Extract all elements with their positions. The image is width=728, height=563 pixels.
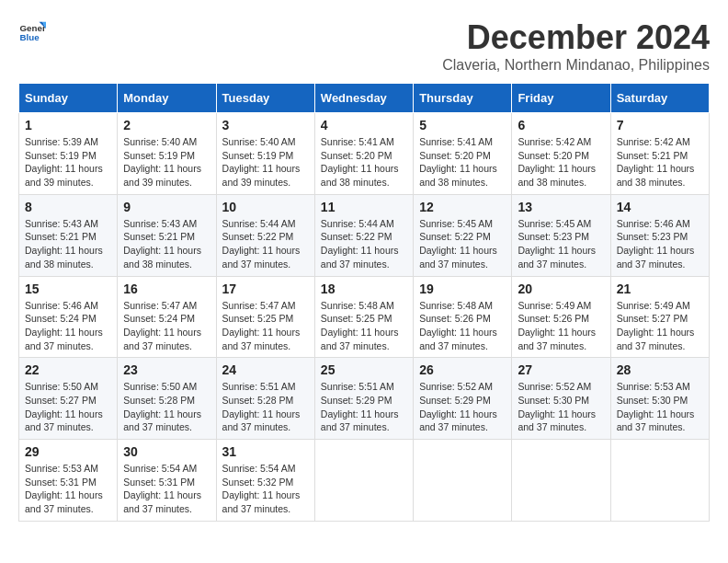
day-info: Sunrise: 5:40 AM Sunset: 5:19 PM Dayligh…: [123, 135, 210, 190]
day-number: 4: [321, 118, 407, 132]
day-info: Sunrise: 5:43 AM Sunset: 5:21 PM Dayligh…: [123, 217, 210, 271]
calendar-week-row: 22Sunrise: 5:50 AM Sunset: 5:27 PM Dayli…: [19, 358, 710, 440]
day-info: Sunrise: 5:43 AM Sunset: 5:21 PM Dayligh…: [25, 217, 111, 271]
day-number: 16: [123, 282, 210, 296]
calendar-cell: 7Sunrise: 5:42 AM Sunset: 5:21 PM Daylig…: [610, 113, 709, 195]
calendar-week-row: 8Sunrise: 5:43 AM Sunset: 5:21 PM Daylig…: [19, 194, 710, 276]
day-number: 9: [123, 200, 210, 214]
calendar-cell: [414, 440, 512, 522]
day-number: 11: [321, 200, 407, 214]
weekday-header-saturday: Saturday: [610, 84, 709, 113]
calendar-week-row: 29Sunrise: 5:53 AM Sunset: 5:31 PM Dayli…: [19, 440, 710, 522]
title-area: December 2024 Claveria, Northern Mindana…: [442, 18, 710, 74]
day-number: 31: [222, 444, 309, 459]
calendar-cell: 4Sunrise: 5:41 AM Sunset: 5:20 PM Daylig…: [314, 113, 413, 195]
calendar-cell: 27Sunrise: 5:52 AM Sunset: 5:30 PM Dayli…: [512, 358, 610, 440]
calendar-cell: [610, 440, 709, 522]
calendar-cell: 9Sunrise: 5:43 AM Sunset: 5:21 PM Daylig…: [118, 194, 216, 276]
day-info: Sunrise: 5:53 AM Sunset: 5:31 PM Dayligh…: [25, 462, 111, 516]
calendar-cell: 11Sunrise: 5:44 AM Sunset: 5:22 PM Dayli…: [314, 194, 413, 276]
weekday-header-wednesday: Wednesday: [314, 84, 413, 113]
calendar-cell: 21Sunrise: 5:49 AM Sunset: 5:27 PM Dayli…: [610, 276, 709, 358]
calendar-cell: 16Sunrise: 5:47 AM Sunset: 5:24 PM Dayli…: [118, 276, 216, 358]
calendar-cell: 8Sunrise: 5:43 AM Sunset: 5:21 PM Daylig…: [19, 194, 118, 276]
page-header: General Blue December 2024 Claveria, Nor…: [18, 18, 710, 74]
day-info: Sunrise: 5:49 AM Sunset: 5:27 PM Dayligh…: [617, 299, 703, 353]
day-info: Sunrise: 5:44 AM Sunset: 5:22 PM Dayligh…: [222, 217, 309, 271]
day-number: 25: [321, 362, 407, 377]
calendar-table: SundayMondayTuesdayWednesdayThursdayFrid…: [18, 83, 710, 522]
day-info: Sunrise: 5:49 AM Sunset: 5:26 PM Dayligh…: [518, 299, 604, 353]
calendar-cell: 15Sunrise: 5:46 AM Sunset: 5:24 PM Dayli…: [19, 276, 118, 358]
day-info: Sunrise: 5:39 AM Sunset: 5:19 PM Dayligh…: [25, 135, 111, 190]
day-number: 2: [123, 118, 210, 132]
day-info: Sunrise: 5:52 AM Sunset: 5:29 PM Dayligh…: [419, 380, 506, 434]
svg-text:Blue: Blue: [20, 32, 40, 42]
day-info: Sunrise: 5:54 AM Sunset: 5:32 PM Dayligh…: [222, 462, 309, 516]
calendar-cell: 19Sunrise: 5:48 AM Sunset: 5:26 PM Dayli…: [414, 276, 512, 358]
calendar-cell: 10Sunrise: 5:44 AM Sunset: 5:22 PM Dayli…: [216, 194, 314, 276]
day-info: Sunrise: 5:42 AM Sunset: 5:20 PM Dayligh…: [518, 135, 604, 190]
calendar-cell: 22Sunrise: 5:50 AM Sunset: 5:27 PM Dayli…: [19, 358, 118, 440]
calendar-cell: 25Sunrise: 5:51 AM Sunset: 5:29 PM Dayli…: [314, 358, 413, 440]
day-info: Sunrise: 5:53 AM Sunset: 5:30 PM Dayligh…: [617, 380, 703, 434]
calendar-cell: 17Sunrise: 5:47 AM Sunset: 5:25 PM Dayli…: [216, 276, 314, 358]
day-number: 19: [419, 282, 506, 296]
day-info: Sunrise: 5:40 AM Sunset: 5:19 PM Dayligh…: [222, 135, 309, 190]
day-info: Sunrise: 5:50 AM Sunset: 5:28 PM Dayligh…: [123, 380, 210, 434]
calendar-cell: 20Sunrise: 5:49 AM Sunset: 5:26 PM Dayli…: [512, 276, 610, 358]
day-number: 17: [222, 282, 309, 296]
calendar-cell: 14Sunrise: 5:46 AM Sunset: 5:23 PM Dayli…: [610, 194, 709, 276]
day-info: Sunrise: 5:50 AM Sunset: 5:27 PM Dayligh…: [25, 380, 111, 434]
weekday-header-row: SundayMondayTuesdayWednesdayThursdayFrid…: [19, 84, 710, 113]
day-number: 12: [419, 200, 506, 214]
day-number: 26: [419, 362, 506, 377]
calendar-cell: 30Sunrise: 5:54 AM Sunset: 5:31 PM Dayli…: [118, 440, 216, 522]
day-number: 10: [222, 200, 309, 214]
logo-icon: General Blue: [18, 18, 46, 46]
day-number: 6: [518, 118, 604, 132]
day-number: 7: [617, 118, 703, 132]
day-number: 15: [25, 282, 111, 296]
day-number: 1: [25, 118, 111, 132]
day-number: 20: [518, 282, 604, 296]
day-info: Sunrise: 5:44 AM Sunset: 5:22 PM Dayligh…: [321, 217, 407, 271]
day-number: 28: [617, 362, 703, 377]
day-info: Sunrise: 5:51 AM Sunset: 5:28 PM Dayligh…: [222, 380, 309, 434]
calendar-cell: 12Sunrise: 5:45 AM Sunset: 5:22 PM Dayli…: [414, 194, 512, 276]
calendar-week-row: 1Sunrise: 5:39 AM Sunset: 5:19 PM Daylig…: [19, 113, 710, 195]
location-title: Claveria, Northern Mindanao, Philippines: [442, 57, 710, 74]
calendar-cell: 5Sunrise: 5:41 AM Sunset: 5:20 PM Daylig…: [414, 113, 512, 195]
day-info: Sunrise: 5:47 AM Sunset: 5:25 PM Dayligh…: [222, 299, 309, 353]
day-info: Sunrise: 5:41 AM Sunset: 5:20 PM Dayligh…: [321, 135, 407, 190]
day-info: Sunrise: 5:47 AM Sunset: 5:24 PM Dayligh…: [123, 299, 210, 353]
day-number: 29: [25, 444, 111, 459]
day-info: Sunrise: 5:54 AM Sunset: 5:31 PM Dayligh…: [123, 462, 210, 516]
day-info: Sunrise: 5:45 AM Sunset: 5:22 PM Dayligh…: [419, 217, 506, 271]
calendar-cell: 3Sunrise: 5:40 AM Sunset: 5:19 PM Daylig…: [216, 113, 314, 195]
calendar-cell: 13Sunrise: 5:45 AM Sunset: 5:23 PM Dayli…: [512, 194, 610, 276]
day-number: 27: [518, 362, 604, 377]
day-info: Sunrise: 5:41 AM Sunset: 5:20 PM Dayligh…: [419, 135, 506, 190]
day-number: 5: [419, 118, 506, 132]
day-number: 24: [222, 362, 309, 377]
weekday-header-friday: Friday: [512, 84, 610, 113]
calendar-cell: 28Sunrise: 5:53 AM Sunset: 5:30 PM Dayli…: [610, 358, 709, 440]
day-number: 22: [25, 362, 111, 377]
calendar-cell: 24Sunrise: 5:51 AM Sunset: 5:28 PM Dayli…: [216, 358, 314, 440]
calendar-cell: 26Sunrise: 5:52 AM Sunset: 5:29 PM Dayli…: [414, 358, 512, 440]
day-info: Sunrise: 5:48 AM Sunset: 5:26 PM Dayligh…: [419, 299, 506, 353]
calendar-cell: 23Sunrise: 5:50 AM Sunset: 5:28 PM Dayli…: [118, 358, 216, 440]
day-info: Sunrise: 5:46 AM Sunset: 5:24 PM Dayligh…: [25, 299, 111, 353]
month-title: December 2024: [442, 18, 710, 57]
weekday-header-sunday: Sunday: [19, 84, 118, 113]
day-number: 21: [617, 282, 703, 296]
calendar-cell: 29Sunrise: 5:53 AM Sunset: 5:31 PM Dayli…: [19, 440, 118, 522]
calendar-cell: [512, 440, 610, 522]
calendar-cell: 18Sunrise: 5:48 AM Sunset: 5:25 PM Dayli…: [314, 276, 413, 358]
calendar-cell: 1Sunrise: 5:39 AM Sunset: 5:19 PM Daylig…: [19, 113, 118, 195]
day-info: Sunrise: 5:45 AM Sunset: 5:23 PM Dayligh…: [518, 217, 604, 271]
day-info: Sunrise: 5:51 AM Sunset: 5:29 PM Dayligh…: [321, 380, 407, 434]
day-number: 14: [617, 200, 703, 214]
calendar-cell: 31Sunrise: 5:54 AM Sunset: 5:32 PM Dayli…: [216, 440, 314, 522]
